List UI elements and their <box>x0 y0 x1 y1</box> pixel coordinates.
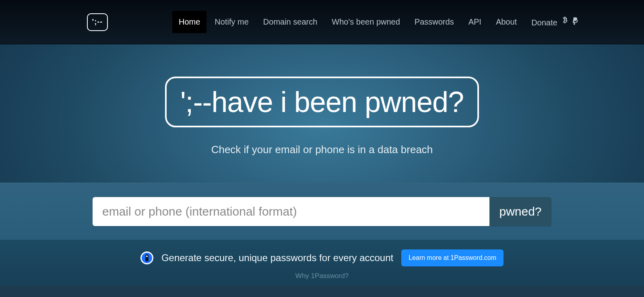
nav-item-domain-search[interactable]: Domain search <box>257 11 324 33</box>
pwned-button[interactable]: pwned? <box>489 197 551 226</box>
promo-section: Generate secure, unique passwords for ev… <box>0 240 644 286</box>
hero-subtitle: Check if your email or phone is in a dat… <box>0 143 644 156</box>
learn-more-button[interactable]: Learn more at 1Password.com <box>401 249 504 266</box>
hero-section: ';--have i been pwned? Check if your ema… <box>0 44 644 183</box>
hero-title: ';--have i been pwned? <box>165 77 479 127</box>
search-form: pwned? <box>93 197 551 226</box>
nav-item-home[interactable]: Home <box>172 11 206 33</box>
promo-row: Generate secure, unique passwords for ev… <box>0 249 644 266</box>
nav-item-passwords[interactable]: Passwords <box>408 11 460 33</box>
nav-item-api[interactable]: API <box>462 11 488 33</box>
nav-items: Home Notify me Domain search Who's been … <box>172 10 585 34</box>
donate-icons <box>562 17 579 25</box>
site-logo[interactable]: ';-- <box>87 13 108 31</box>
email-phone-input[interactable] <box>93 197 489 226</box>
why-onepassword-link[interactable]: Why 1Password? <box>0 272 644 280</box>
nav-item-whos-been-pwned[interactable]: Who's been pwned <box>325 11 406 33</box>
onepassword-icon <box>140 251 153 264</box>
paypal-icon <box>572 17 579 25</box>
nav-item-about[interactable]: About <box>489 11 523 33</box>
search-section: pwned? <box>0 183 644 240</box>
nav-item-notify-me[interactable]: Notify me <box>208 11 255 33</box>
promo-text: Generate secure, unique passwords for ev… <box>161 252 393 264</box>
bitcoin-icon <box>562 17 569 25</box>
donate-label: Donate <box>531 18 557 27</box>
navbar: ';-- Home Notify me Domain search Who's … <box>0 0 644 44</box>
nav-item-donate[interactable]: Donate <box>525 10 585 34</box>
